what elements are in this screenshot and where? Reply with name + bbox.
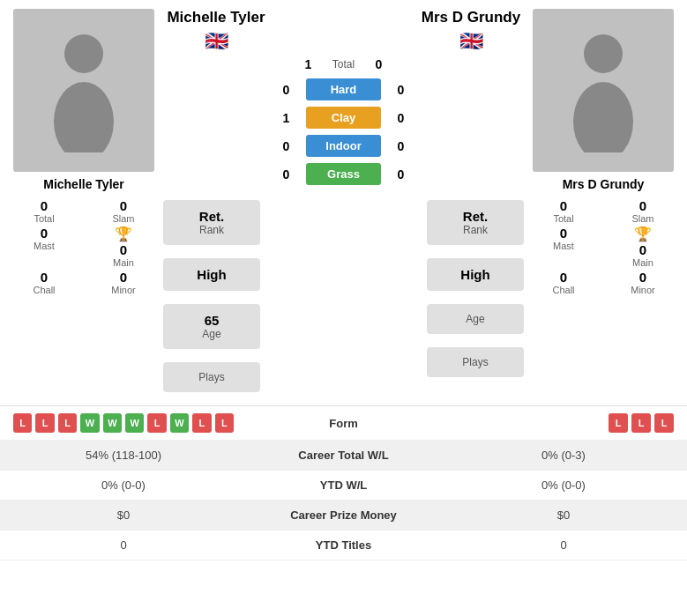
career-total-label: Career Total W/L bbox=[234, 449, 453, 462]
left-player-header: Michelle Tyler 🇬🇧 bbox=[163, 9, 269, 53]
left-plays-box: Plays bbox=[163, 362, 260, 392]
right-stat-chall: 0 Chall bbox=[533, 270, 594, 295]
hard-badge: Hard bbox=[306, 78, 381, 100]
total-row: 1 Total 0 bbox=[163, 57, 524, 71]
grass-badge: Grass bbox=[306, 163, 381, 185]
indoor-surface-row: 0 Indoor 0 bbox=[163, 135, 524, 157]
right-stat-slam: 0 Slam bbox=[612, 198, 674, 224]
right-plays-box: Plays bbox=[427, 347, 524, 377]
right-form-badge-1: L bbox=[631, 413, 651, 433]
clay-surface-row: 1 Clay 0 bbox=[163, 107, 524, 129]
career-prize-right: $0 bbox=[453, 508, 674, 522]
left-form-badge-7: W bbox=[170, 413, 189, 433]
left-player-card: Michelle Tyler 0 Total 0 Slam 0 Mast 🏆 0 bbox=[9, 9, 159, 397]
left-info-boxes: Ret. Rank High 65 Age Plays bbox=[163, 196, 260, 397]
left-player-name: Michelle Tyler bbox=[43, 177, 124, 191]
right-flag: 🇬🇧 bbox=[459, 30, 483, 53]
right-info-boxes: Ret. Rank High Age Plays bbox=[427, 196, 524, 397]
right-high-box: High bbox=[427, 258, 524, 291]
right-avatar-icon bbox=[568, 29, 638, 152]
career-prize-left: $0 bbox=[13, 508, 234, 522]
ytd-titles-row: 0 YTD Titles 0 bbox=[0, 531, 687, 560]
left-form-badge-2: L bbox=[58, 413, 77, 433]
left-header-name: Michelle Tyler bbox=[167, 9, 265, 26]
ytd-titles-label: YTD Titles bbox=[234, 538, 453, 552]
center-panel: Michelle Tyler 🇬🇧 Mrs D Grundy 🇬🇧 1 Tota… bbox=[163, 9, 524, 397]
career-total-left: 54% (118-100) bbox=[13, 449, 234, 462]
career-prize-label: Career Prize Money bbox=[234, 508, 453, 522]
left-form-badge-6: L bbox=[147, 413, 166, 433]
right-form-badge-0: L bbox=[609, 413, 628, 433]
clay-badge: Clay bbox=[306, 107, 381, 129]
right-rank-box: Ret. Rank bbox=[427, 200, 524, 245]
left-avatar-icon bbox=[49, 29, 119, 152]
left-player-avatar bbox=[13, 9, 154, 172]
right-stat-trophy: 🏆 0 Main bbox=[612, 226, 674, 268]
ytd-wl-label: YTD W/L bbox=[234, 479, 453, 492]
left-flag: 🇬🇧 bbox=[205, 30, 228, 53]
right-header-name: Mrs D Grundy bbox=[422, 9, 520, 26]
left-rank-box: Ret. Rank bbox=[163, 200, 260, 245]
left-stat-slam: 0 Slam bbox=[93, 198, 154, 224]
grass-surface-row: 0 Grass 0 bbox=[163, 163, 524, 185]
left-form-badge-4: W bbox=[103, 413, 122, 433]
left-stat-minor: 0 Minor bbox=[93, 270, 154, 295]
career-prize-row: $0 Career Prize Money $0 bbox=[0, 501, 687, 531]
ytd-titles-left: 0 bbox=[13, 538, 234, 552]
left-form-badge-1: L bbox=[35, 413, 54, 433]
left-age-box: 65 Age bbox=[163, 304, 260, 349]
right-stat-minor: 0 Minor bbox=[612, 270, 674, 295]
left-form-badges: L L L W W W L W L L bbox=[13, 413, 234, 433]
svg-point-2 bbox=[584, 34, 623, 73]
left-stat-mast: 0 Mast bbox=[13, 226, 75, 268]
ytd-wl-row: 0% (0-0) YTD W/L 0% (0-0) bbox=[0, 471, 687, 501]
left-stat-trophy: 🏆 0 Main bbox=[93, 226, 154, 268]
indoor-badge: Indoor bbox=[306, 135, 381, 157]
right-player-avatar bbox=[533, 9, 674, 172]
career-total-row: 54% (118-100) Career Total W/L 0% (0-3) bbox=[0, 441, 687, 471]
left-form-badge-3: W bbox=[80, 413, 99, 433]
left-trophy-icon: 🏆 bbox=[115, 226, 132, 242]
form-label: Form bbox=[234, 417, 453, 430]
ytd-wl-right: 0% (0-0) bbox=[453, 479, 674, 492]
left-stat-chall: 0 Chall bbox=[13, 270, 75, 295]
left-form-badge-9: L bbox=[215, 413, 234, 433]
right-player-card: Mrs D Grundy 0 Total 0 Slam 0 Mast 🏆 0 bbox=[528, 9, 678, 397]
bottom-stats-section: L L L W W W L W L L Form L L L 54% (118-… bbox=[0, 405, 687, 560]
svg-point-3 bbox=[573, 82, 633, 152]
right-trophy-icon: 🏆 bbox=[634, 226, 652, 242]
left-high-box: High bbox=[163, 258, 260, 291]
hard-surface-row: 0 Hard 0 bbox=[163, 78, 524, 100]
svg-point-1 bbox=[54, 82, 114, 152]
right-player-header: Mrs D Grundy 🇬🇧 bbox=[418, 9, 524, 53]
right-stat-mast: 0 Mast bbox=[533, 226, 594, 268]
right-stat-total: 0 Total bbox=[533, 198, 594, 224]
svg-point-0 bbox=[64, 34, 103, 73]
ytd-titles-right: 0 bbox=[453, 538, 674, 552]
right-player-name: Mrs D Grundy bbox=[563, 177, 645, 191]
left-form-badge-5: W bbox=[125, 413, 144, 433]
left-form-badge-0: L bbox=[13, 413, 32, 433]
right-form-badges: L L L bbox=[453, 413, 674, 433]
career-total-right: 0% (0-3) bbox=[453, 449, 674, 462]
right-form-badge-2: L bbox=[654, 413, 674, 433]
left-form-badge-8: L bbox=[192, 413, 211, 433]
right-age-box: Age bbox=[427, 304, 524, 334]
form-row: L L L W W W L W L L Form L L L bbox=[0, 406, 687, 441]
ytd-wl-left: 0% (0-0) bbox=[13, 479, 234, 492]
left-stat-total: 0 Total bbox=[13, 198, 75, 224]
